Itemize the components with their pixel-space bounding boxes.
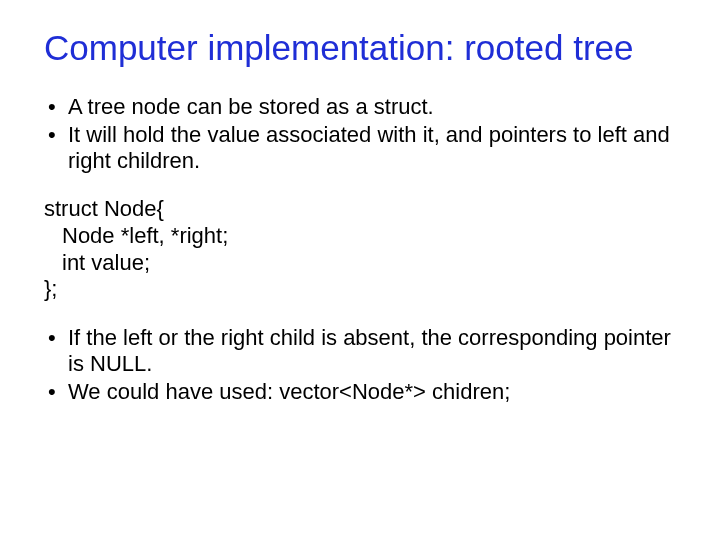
code-line: Node *left, *right; xyxy=(44,223,676,250)
bullet-item: It will hold the value associated with i… xyxy=(44,122,676,174)
bullet-item: A tree node can be stored as a struct. xyxy=(44,94,676,120)
code-block: struct Node{ Node *left, *right; int val… xyxy=(44,196,676,303)
code-line: int value; xyxy=(44,250,676,277)
bullet-item: If the left or the right child is absent… xyxy=(44,325,676,377)
slide: Computer implementation: rooted tree A t… xyxy=(0,0,720,540)
bullet-list-top: A tree node can be stored as a struct. I… xyxy=(44,94,676,174)
bullet-item: We could have used: vector<Node*> chidre… xyxy=(44,379,676,405)
bullet-list-bottom: If the left or the right child is absent… xyxy=(44,325,676,405)
code-line: }; xyxy=(44,276,676,303)
code-line: struct Node{ xyxy=(44,196,676,223)
slide-title: Computer implementation: rooted tree xyxy=(44,28,676,68)
